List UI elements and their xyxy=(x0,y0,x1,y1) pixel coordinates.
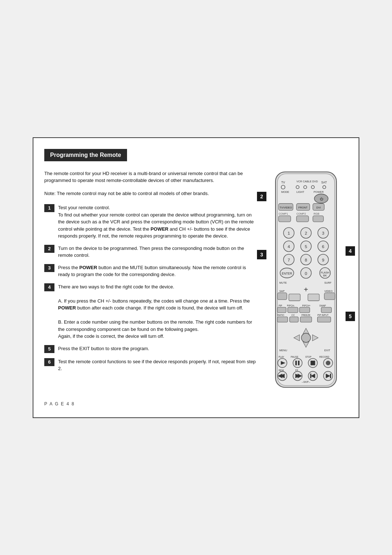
svg-text:PAUSE: PAUSE xyxy=(291,355,298,358)
svg-text:VCR CABLE DVD: VCR CABLE DVD xyxy=(297,179,318,183)
svg-text:SURF: SURF xyxy=(324,281,331,284)
svg-text:PIP INPUT: PIP INPUT xyxy=(318,314,329,316)
svg-rect-67 xyxy=(277,307,286,313)
svg-text:POWER: POWER xyxy=(314,190,324,194)
svg-rect-22 xyxy=(278,216,291,222)
svg-text:FRONT: FRONT xyxy=(298,206,308,209)
svg-rect-26 xyxy=(313,216,323,222)
svg-text:MUTE: MUTE xyxy=(279,281,287,284)
svg-text:EXIT: EXIT xyxy=(324,348,330,352)
svg-text:4: 4 xyxy=(288,244,290,249)
step-text: Press the EXIT button to store the progr… xyxy=(58,345,149,352)
step-item: 1Test your remote control.To find out wh… xyxy=(44,204,257,240)
svg-rect-93 xyxy=(295,361,297,365)
svg-rect-58 xyxy=(289,294,301,301)
svg-rect-68 xyxy=(288,307,298,313)
svg-text:MENU: MENU xyxy=(279,348,287,352)
page-footer: P A G E 4 8 xyxy=(44,401,348,406)
callout-5: 5 xyxy=(346,312,355,321)
svg-text:7: 7 xyxy=(288,258,290,262)
svg-rect-112 xyxy=(330,373,331,378)
svg-point-98 xyxy=(326,361,331,365)
callout-4: 4 xyxy=(346,246,355,256)
step-item: 5Press the EXIT button to store the prog… xyxy=(44,345,257,353)
remote-wrapper: 2 3 4 5 TV VCR CABLE DV xyxy=(268,170,344,393)
page: Programming the Remote The remote contro… xyxy=(33,137,359,418)
svg-rect-75 xyxy=(277,317,287,322)
svg-text:CC: CC xyxy=(291,314,295,316)
svg-rect-77 xyxy=(300,317,312,322)
svg-rect-109 xyxy=(310,373,311,378)
step-number: 3 xyxy=(44,264,54,272)
step-number: 4 xyxy=(44,283,54,291)
svg-text:FREEZE: FREEZE xyxy=(301,314,310,316)
svg-text:SAT: SAT xyxy=(321,180,327,184)
svg-rect-70 xyxy=(321,307,331,313)
svg-rect-60 xyxy=(308,294,319,301)
right-column: 2 3 4 5 TV VCR CABLE DV xyxy=(264,170,348,393)
svg-text:SAP: SAP xyxy=(279,289,285,293)
svg-text:PLAY: PLAY xyxy=(278,355,284,358)
svg-text:3: 3 xyxy=(322,231,324,235)
svg-text:ENTER: ENTER xyxy=(282,271,292,275)
svg-rect-96 xyxy=(311,361,315,365)
svg-point-92 xyxy=(293,358,302,367)
svg-text:⏻: ⏻ xyxy=(320,197,323,200)
svg-text:─SKIP─: ─SKIP─ xyxy=(301,380,310,383)
svg-text:PIPCH-: PIPCH- xyxy=(287,304,295,307)
svg-text:STOP: STOP xyxy=(305,355,311,358)
svg-text:SWAP: SWAP xyxy=(319,304,326,307)
step-number: 2 xyxy=(44,245,54,253)
intro-paragraph2: Note: The remote control may not be able… xyxy=(44,190,257,197)
step-number: 5 xyxy=(44,345,54,353)
step-number: 1 xyxy=(44,204,54,212)
svg-text:MODE: MODE xyxy=(281,190,289,194)
svg-text:VIDEO: VIDEO xyxy=(324,289,332,293)
left-column: The remote control for your HD receiver … xyxy=(44,170,257,393)
svg-text:9: 9 xyxy=(322,258,324,262)
svg-text:+: + xyxy=(304,285,308,293)
svg-text:1: 1 xyxy=(288,231,290,235)
svg-text:6: 6 xyxy=(322,244,324,249)
step-text: Test your remote control.To find out whe… xyxy=(58,204,257,240)
step-text: There are two ways to find the right cod… xyxy=(58,283,257,340)
svg-rect-55 xyxy=(277,293,287,300)
svg-text:TV/VIDEO: TV/VIDEO xyxy=(279,206,292,209)
svg-rect-62 xyxy=(324,293,335,300)
svg-point-83 xyxy=(301,333,310,342)
step-text: Turn on the device to be programmed. The… xyxy=(58,245,257,259)
svg-text:COMP2: COMP2 xyxy=(297,212,306,215)
svg-rect-78 xyxy=(318,317,331,322)
svg-rect-94 xyxy=(298,361,299,365)
svg-text:RGB: RGB xyxy=(314,212,319,215)
svg-text:PIPCH+: PIPCH+ xyxy=(302,304,311,307)
step-text: Press the POWER button and the MUTE butt… xyxy=(58,264,257,278)
svg-text:LIGHT: LIGHT xyxy=(297,190,305,194)
step-text: Test the remote control functions to see… xyxy=(58,358,257,372)
svg-text:RECORD: RECORD xyxy=(319,355,330,358)
step-item: 4There are two ways to find the right co… xyxy=(44,283,257,340)
callout-3: 3 xyxy=(257,250,266,259)
intro-paragraph1: The remote control for your HD receiver … xyxy=(44,170,257,184)
steps-list: 1Test your remote control.To find out wh… xyxy=(44,204,257,372)
svg-text:PIP: PIP xyxy=(278,304,282,307)
svg-rect-76 xyxy=(290,317,298,322)
svg-text:8: 8 xyxy=(305,258,307,262)
svg-text:RATIO: RATIO xyxy=(277,314,284,316)
content-area: The remote control for your HD receiver … xyxy=(44,170,348,393)
step-item: 6Test the remote control functions to se… xyxy=(44,358,257,372)
svg-rect-69 xyxy=(299,307,310,313)
header-bar: Programming the Remote xyxy=(44,149,127,161)
remote-svg: TV VCR CABLE DVD SAT MODE LIGHT POWER xyxy=(268,170,344,391)
step-number: 6 xyxy=(44,358,54,366)
svg-text:5: 5 xyxy=(305,244,307,249)
svg-text:TV: TV xyxy=(281,180,285,184)
svg-text:COMP1: COMP1 xyxy=(278,212,288,215)
svg-rect-24 xyxy=(297,216,309,222)
page-title: Programming the Remote xyxy=(50,152,121,158)
callout-2: 2 xyxy=(257,192,266,201)
svg-text:0: 0 xyxy=(305,271,307,275)
svg-text:BK: BK xyxy=(323,274,327,277)
step-item: 2Turn on the device to be programmed. Th… xyxy=(44,245,257,259)
svg-text:2: 2 xyxy=(305,231,307,235)
